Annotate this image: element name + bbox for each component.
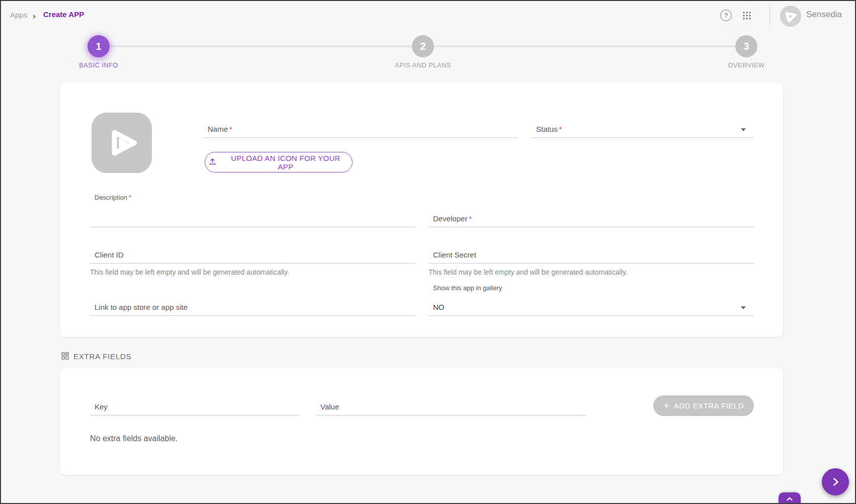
developer-input[interactable]: Developer* [429,210,754,227]
input-underline [316,415,586,415]
client-id-helper-text: This field may be left empty and will be… [90,268,289,276]
chevron-up-icon [785,494,795,503]
breadcrumb-current-create-app: Create APP [43,10,84,19]
gallery-selected-value: NO [433,303,445,311]
description-input[interactable]: Description* [90,192,415,227]
step-1-circle[interactable]: 1 [88,35,110,57]
step-1-label: BASIC INFO [38,61,159,69]
app-icon-placeholder [92,113,152,173]
step-3-circle: 3 [735,35,757,57]
stepper-connector [110,45,412,47]
play-logo-icon [103,124,141,162]
header-divider [769,4,770,28]
client-id-label: Client ID [95,250,124,259]
key-label: Key [95,402,108,411]
client-id-input[interactable]: Client ID [90,246,415,264]
gallery-select[interactable]: Show this app in gallery NO [429,283,754,316]
client-secret-label: Client Secret [433,250,476,259]
status-label: Status [536,125,558,133]
stepper-connector [434,45,736,47]
description-label: Description [95,194,127,201]
app-store-link-input[interactable]: Link to app store or app site [90,298,415,316]
required-asterisk: * [129,194,131,201]
chevron-right-icon [830,476,841,487]
apps-grid-icon[interactable] [742,11,752,23]
input-underline [429,315,754,316]
status-select[interactable]: Status* [532,121,754,138]
dropdown-arrow-icon[interactable] [741,306,746,309]
extra-fields-icon [61,352,69,362]
developer-label: Developer [433,214,467,223]
input-underline [90,415,299,415]
plus-icon: + [663,400,670,411]
scroll-to-top-button[interactable] [779,492,801,504]
input-underline [429,227,754,227]
name-label: Name [208,125,228,133]
input-underline [532,137,754,138]
step-2-label: APIS AND PLANS [363,61,483,69]
breadcrumb-apps[interactable]: Apps [10,11,27,19]
value-label: Value [320,402,339,411]
input-underline [429,263,754,264]
step-2-circle: 2 [412,35,434,57]
next-step-button[interactable] [822,468,849,495]
extra-fields-section-title: EXTRA FIELDS [73,352,131,361]
name-input[interactable]: Name* [203,121,518,138]
required-asterisk: * [559,125,562,133]
input-underline [90,227,415,227]
input-underline [90,315,415,316]
required-asterisk: * [229,125,232,133]
add-extra-field-label: ADD EXTRA FIELD [674,401,744,410]
help-icon[interactable]: ? [720,10,732,21]
dropdown-arrow-icon[interactable] [741,128,746,131]
upload-button-label: UPLOAD AN ICON FOR YOUR APP [222,154,349,171]
extra-fields-card [60,368,783,475]
gallery-label: Show this app in gallery [433,284,502,292]
upload-icon-button[interactable]: UPLOAD AN ICON FOR YOUR APP [205,152,353,173]
step-3-label: OVERVIEW [686,61,807,69]
input-underline [90,263,415,264]
input-underline [203,137,518,138]
client-secret-helper-text: This field may be left empty and will be… [429,268,628,276]
app-store-link-label: Link to app store or app site [95,303,188,311]
client-secret-input[interactable]: Client Secret [429,246,754,264]
create-app-page: Apps Create APP ? Sensedia 1 2 3 BASIC I… [0,0,856,504]
extra-field-value-input[interactable]: Value [316,398,586,415]
extra-field-key-input[interactable]: Key [90,398,299,415]
sensedia-logo-icon[interactable] [780,6,801,27]
brand-name: Sensedia [806,10,842,20]
required-asterisk: * [469,214,472,223]
add-extra-field-button[interactable]: + ADD EXTRA FIELD [653,395,754,416]
no-extra-fields-message: No extra fields available. [90,434,178,443]
upload-icon [208,157,217,167]
chevron-right-icon [32,13,37,22]
